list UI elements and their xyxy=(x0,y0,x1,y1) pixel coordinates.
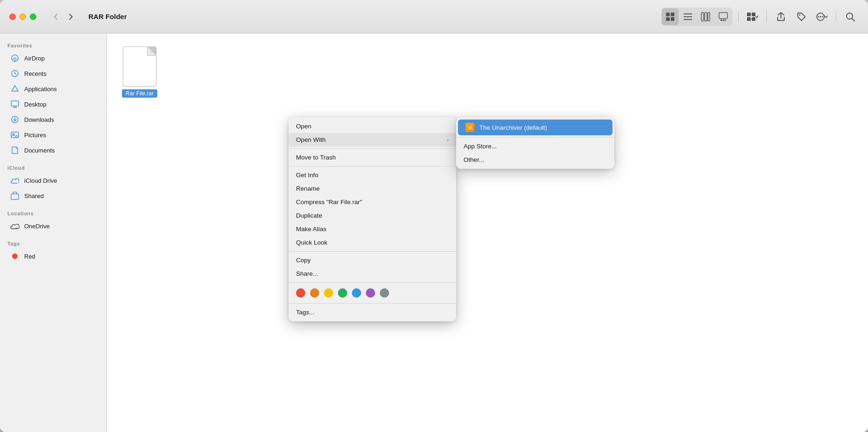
gallery-view-button[interactable] xyxy=(715,8,732,25)
favorites-label: Favorites xyxy=(0,39,107,50)
sidebar-item-label: Recents xyxy=(24,70,47,77)
sidebar: Favorites AirDrop xyxy=(0,33,107,432)
sidebar-item-label: Pictures xyxy=(24,132,46,139)
context-menu: Open Open With › Move to Trash Get Info … xyxy=(289,117,456,321)
sidebar-item-pictures[interactable]: Pictures xyxy=(3,127,104,142)
svg-point-21 xyxy=(818,16,820,17)
sidebar-item-label: AirDrop xyxy=(24,55,45,62)
context-menu-rename[interactable]: Rename xyxy=(289,182,456,195)
applications-icon xyxy=(10,84,20,93)
context-menu-move-to-trash[interactable]: Move to Trash xyxy=(289,151,456,164)
svg-rect-34 xyxy=(11,132,19,138)
share-button[interactable] xyxy=(773,8,789,25)
unarchiver-app-icon: U xyxy=(465,123,475,132)
group-button[interactable] xyxy=(744,8,761,25)
submenu-separator xyxy=(456,137,614,138)
svg-rect-36 xyxy=(11,194,19,199)
color-dot-red[interactable] xyxy=(296,288,305,298)
search-button[interactable] xyxy=(842,8,859,25)
svg-marker-28 xyxy=(12,86,18,91)
icloud-drive-icon xyxy=(10,176,20,185)
svg-point-26 xyxy=(14,60,16,61)
color-dot-gray[interactable] xyxy=(380,288,389,298)
svg-point-22 xyxy=(822,16,823,17)
submenu-chevron: › xyxy=(447,137,449,143)
submenu-other[interactable]: Other... xyxy=(456,153,614,166)
column-view-button[interactable] xyxy=(697,8,714,25)
submenu-app-store[interactable]: App Store... xyxy=(456,140,614,153)
context-menu-copy[interactable]: Copy xyxy=(289,253,456,267)
sidebar-item-applications[interactable]: Applications xyxy=(3,81,104,96)
documents-icon xyxy=(10,146,20,155)
sidebar-item-label: OneDrive xyxy=(24,223,50,230)
shared-icon xyxy=(10,191,20,200)
sidebar-item-label: Documents xyxy=(24,147,55,154)
context-menu-get-info[interactable]: Get Info xyxy=(289,168,456,182)
context-menu-tags[interactable]: Tags... xyxy=(289,306,456,319)
submenu-unarchiver[interactable]: U The Unarchiver (default) xyxy=(458,120,612,135)
icloud-label: iCloud xyxy=(0,161,107,173)
window-title: RAR Folder xyxy=(88,13,127,20)
context-menu-quick-look[interactable]: Quick Look xyxy=(289,236,456,249)
svg-rect-7 xyxy=(701,13,704,21)
sidebar-item-desktop[interactable]: Desktop xyxy=(3,97,104,112)
sidebar-item-label: Shared xyxy=(24,193,44,199)
sidebar-item-label: Desktop xyxy=(24,101,47,108)
file-icon xyxy=(123,47,156,86)
color-dot-purple[interactable] xyxy=(366,288,375,298)
color-dots xyxy=(289,285,456,301)
context-menu-compress[interactable]: Compress "Rar File.rar" xyxy=(289,195,456,209)
context-menu-open-with[interactable]: Open With › xyxy=(289,133,456,146)
sidebar-item-documents[interactable]: Documents xyxy=(3,143,104,158)
color-dot-yellow[interactable] xyxy=(324,288,333,298)
nav-buttons xyxy=(49,10,77,23)
tag-button[interactable] xyxy=(793,8,810,25)
color-dot-orange[interactable] xyxy=(310,288,319,298)
airdrop-icon xyxy=(10,53,20,63)
svg-rect-29 xyxy=(11,101,19,106)
color-dot-blue[interactable] xyxy=(352,288,361,298)
sidebar-item-label: iCloud Drive xyxy=(24,177,57,184)
sidebar-item-shared[interactable]: Shared xyxy=(3,188,104,203)
submenu-unarchiver-label: The Unarchiver (default) xyxy=(479,124,547,131)
pictures-icon xyxy=(10,130,20,140)
toolbar-divider-3 xyxy=(836,11,836,22)
context-menu-make-alias[interactable]: Make Alias xyxy=(289,222,456,236)
svg-rect-3 xyxy=(671,17,674,21)
sidebar-item-label: Red xyxy=(24,253,35,260)
svg-rect-0 xyxy=(666,13,670,16)
open-with-submenu: U The Unarchiver (default) App Store... … xyxy=(456,117,614,169)
context-menu-duplicate[interactable]: Duplicate xyxy=(289,209,456,222)
sidebar-item-recents[interactable]: Recents xyxy=(3,66,104,81)
icon-view-button[interactable] xyxy=(662,8,679,25)
svg-rect-14 xyxy=(747,13,751,16)
context-menu-open[interactable]: Open xyxy=(289,120,456,133)
file-item[interactable]: Rar File.rar xyxy=(116,43,163,101)
close-button[interactable] xyxy=(9,13,16,20)
svg-rect-11 xyxy=(720,20,722,21)
action-button[interactable] xyxy=(814,8,830,25)
color-dot-green[interactable] xyxy=(338,288,347,298)
onedrive-icon xyxy=(10,221,20,231)
sidebar-item-tag-red[interactable]: Red xyxy=(3,249,104,264)
submenu-other-label: Other... xyxy=(464,156,484,163)
forward-button[interactable] xyxy=(64,10,77,23)
maximize-button[interactable] xyxy=(30,13,36,20)
submenu-app-store-label: App Store... xyxy=(464,143,497,150)
file-area[interactable]: Rar File.rar Open Open With › Move to Tr… xyxy=(107,33,868,432)
locations-label: Locations xyxy=(0,207,107,218)
sidebar-item-onedrive[interactable]: OneDrive xyxy=(3,219,104,233)
traffic-lights xyxy=(9,13,36,20)
sidebar-item-downloads[interactable]: Downloads xyxy=(3,112,104,127)
sidebar-item-icloud-drive[interactable]: iCloud Drive xyxy=(3,173,104,188)
file-name: Rar File.rar xyxy=(122,89,157,98)
back-button[interactable] xyxy=(49,10,62,23)
main-content: Favorites AirDrop xyxy=(0,33,868,432)
context-menu-share[interactable]: Share... xyxy=(289,267,456,280)
separator-1 xyxy=(289,148,456,149)
list-view-button[interactable] xyxy=(680,8,696,25)
sidebar-item-label: Downloads xyxy=(24,116,54,123)
minimize-button[interactable] xyxy=(20,13,26,20)
separator-5 xyxy=(289,303,456,304)
sidebar-item-airdrop[interactable]: AirDrop xyxy=(3,51,104,66)
